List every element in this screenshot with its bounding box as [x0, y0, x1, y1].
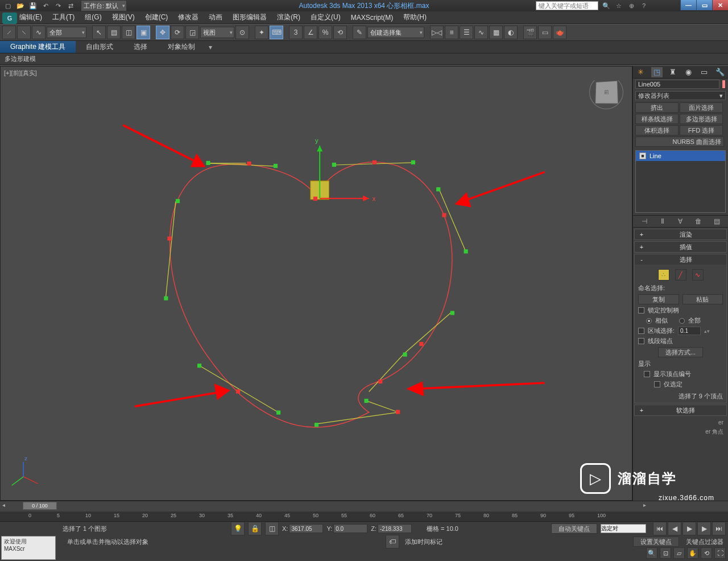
help-search-input[interactable] [536, 1, 598, 10]
stack-remove-icon[interactable]: 🗑 [693, 216, 704, 226]
minimize-button[interactable]: — [680, 0, 696, 10]
percent-snap-icon[interactable]: % [318, 26, 332, 39]
qbtn-spline-select[interactable]: 样条线选择 [635, 114, 679, 124]
lock-icon[interactable]: 🔒 [248, 522, 262, 535]
nav-zoom-icon[interactable]: 🔍 [646, 547, 657, 559]
menu-customize[interactable]: 自定义(U) [311, 13, 341, 22]
modifier-list-dropdown[interactable]: 修改器列表 [635, 91, 726, 100]
rollout-selection[interactable]: -选择 [635, 254, 726, 265]
undo-icon[interactable]: ↶ [41, 1, 50, 10]
area-select-spinner[interactable]: 0.1 [678, 327, 701, 335]
select-name-icon[interactable]: ▤ [107, 26, 121, 39]
close-button[interactable]: ✕ [712, 0, 728, 10]
align-icon[interactable]: ≡ [445, 26, 458, 39]
stack-item-line[interactable]: ■Line [636, 151, 725, 161]
key-filters-link[interactable]: 关键点过滤器 [686, 538, 723, 545]
material-editor-icon[interactable]: ◐ [504, 26, 518, 39]
panel-tab-utilities[interactable]: 🔧 [714, 67, 726, 77]
subobj-spline-icon[interactable]: ∿ [692, 269, 704, 280]
rollout-render[interactable]: +渲染 [635, 229, 726, 240]
render-prod-icon[interactable]: 🫖 [553, 26, 566, 39]
ribbon-tab-graphite[interactable]: Graphite 建模工具 [0, 41, 76, 53]
radio-similar[interactable] [646, 318, 652, 324]
lock-handles-checkbox[interactable] [638, 307, 644, 314]
layers-icon[interactable]: ☰ [460, 26, 473, 39]
add-time-tag[interactable]: 添加时间标记 [405, 538, 442, 546]
render-frame-icon[interactable]: ▭ [538, 26, 552, 39]
menu-edit[interactable]: 编辑(E) [19, 13, 42, 22]
setkey-button[interactable]: 设置关键点 [633, 537, 679, 547]
coord-y-input[interactable] [333, 524, 367, 533]
modifier-stack[interactable]: ■Line [635, 150, 726, 213]
help-menu-icon[interactable]: ? [639, 1, 648, 10]
area-select-checkbox[interactable] [638, 328, 644, 334]
select-link-icon[interactable]: ⟋ [2, 26, 16, 39]
time-tag-icon[interactable]: 🏷 [386, 535, 399, 548]
new-icon[interactable]: ▢ [3, 1, 13, 10]
only-selected-checkbox[interactable] [654, 381, 660, 387]
viewport-front[interactable]: [+][前][真实] 前 [0, 66, 632, 501]
stack-pin-icon[interactable]: ⊣ [639, 216, 650, 226]
panel-tab-create[interactable]: ✳ [635, 67, 647, 77]
menu-help[interactable]: 帮助(H) [403, 13, 427, 22]
nav-pan-icon[interactable]: ✋ [687, 547, 698, 559]
menu-views[interactable]: 视图(V) [112, 13, 135, 22]
rollout-interp[interactable]: +插值 [635, 242, 726, 252]
maximize-button[interactable]: ▭ [696, 0, 712, 10]
nav-fov-icon[interactable]: ▱ [673, 547, 685, 559]
pivot-icon[interactable]: ⊙ [235, 26, 249, 39]
time-slider-thumb[interactable]: 0 / 100 [23, 502, 57, 510]
nav-max-icon[interactable]: ⛶ [714, 547, 726, 559]
link-icon[interactable]: ⇄ [66, 1, 75, 10]
goto-start-icon[interactable]: ⏮ [653, 522, 667, 535]
menu-tools[interactable]: 工具(T) [52, 13, 75, 22]
ribbon-expand-icon[interactable]: ▾ [205, 43, 216, 51]
ribbon-tab-paint[interactable]: 对象绘制 [158, 41, 205, 53]
snap-toggle-icon[interactable]: 3 [289, 26, 303, 39]
panel-tab-display[interactable]: ▭ [698, 67, 710, 77]
menu-modifiers[interactable]: 修改器 [178, 13, 198, 22]
rollout-softsel[interactable]: +软选择 [635, 405, 726, 415]
goto-end-icon[interactable]: ⏭ [712, 522, 726, 535]
nav-orbit-icon[interactable]: ⟲ [701, 547, 712, 559]
menu-maxscript[interactable]: MAXScript(M) [351, 14, 394, 22]
ribbon-tab-freeform[interactable]: 自由形式 [76, 41, 123, 53]
open-icon[interactable]: 📂 [16, 1, 25, 10]
qbtn-nurbs[interactable]: NURBS 曲面选择 [635, 137, 724, 147]
keymode-dropdown[interactable] [601, 524, 646, 533]
time-slider[interactable]: ◂ 0 / 100 ▸ [0, 501, 728, 512]
stack-config-icon[interactable]: ▤ [712, 216, 722, 226]
schematic-icon[interactable]: ▦ [489, 26, 503, 39]
help-comm-icon[interactable]: ⊕ [627, 1, 636, 10]
curve-editor-icon[interactable]: ∿ [474, 26, 488, 39]
named-sets-edit-icon[interactable]: ✎ [353, 26, 366, 39]
play-icon[interactable]: ▶ [682, 522, 696, 535]
menu-rendering[interactable]: 渲染(R) [277, 13, 300, 22]
object-name-input[interactable] [635, 80, 719, 89]
panel-tab-hierarchy[interactable]: ♜ [667, 67, 679, 77]
qbtn-extrude[interactable]: 挤出 [635, 102, 679, 113]
select-region-icon[interactable]: ◫ [122, 26, 135, 39]
scale-icon[interactable]: ◲ [185, 26, 199, 39]
coord-x-input[interactable] [289, 524, 323, 533]
ribbon-tab-selection[interactable]: 选择 [123, 41, 158, 53]
stack-unique-icon[interactable]: ∀ [675, 216, 685, 226]
mirror-icon[interactable]: ▷◁ [430, 26, 444, 39]
next-frame-icon[interactable]: ▶ [697, 522, 711, 535]
redo-icon[interactable]: ↷ [53, 1, 63, 10]
panel-tab-motion[interactable]: ◉ [682, 67, 694, 77]
render-setup-icon[interactable]: 🎬 [523, 26, 537, 39]
subobj-vertex-icon[interactable]: ∴ [658, 269, 669, 280]
lock-selection-icon[interactable]: 💡 [231, 522, 245, 535]
object-color-swatch[interactable] [722, 80, 726, 89]
autokey-button[interactable]: 自动关键点 [551, 523, 597, 534]
workspace-dropdown[interactable]: 工作台: 默认 [81, 0, 127, 11]
time-ruler[interactable]: 0 5 10 15 20 25 30 35 40 45 50 55 60 65 … [0, 512, 728, 522]
angle-snap-icon[interactable]: ∠ [304, 26, 317, 39]
save-icon[interactable]: 💾 [28, 1, 38, 10]
show-vnum-checkbox[interactable] [644, 371, 650, 377]
nav-zoomall-icon[interactable]: ⊡ [660, 547, 671, 559]
qbtn-vol-select[interactable]: 体积选择 [635, 125, 679, 135]
move-icon[interactable]: ✥ [156, 26, 169, 39]
manip-icon[interactable]: ✦ [255, 26, 268, 39]
